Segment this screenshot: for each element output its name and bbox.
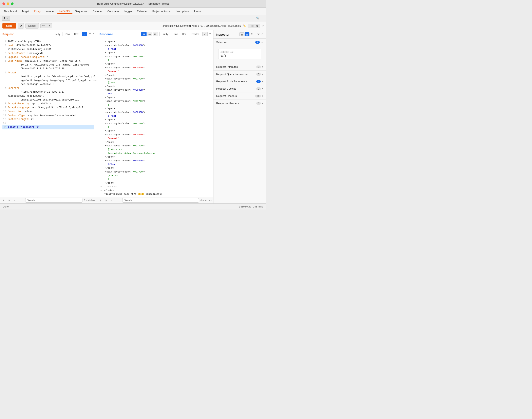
menu-repeater[interactable]: Repeater <box>57 9 73 14</box>
resp-line-flag: flag{7d65ada7-9a9e-4575-93f4-b739a97c9fb… <box>100 192 211 196</box>
menu-logger[interactable]: Logger <box>122 9 134 13</box>
response-tab-render[interactable]: Render <box>189 32 201 36</box>
inspector-grid-icon[interactable]: ▦ <box>239 32 244 36</box>
nav-forward-button[interactable]: › ▾ <box>46 23 52 28</box>
menu-intruder[interactable]: Intruder <box>43 9 57 13</box>
tab-label: 1 <box>4 17 5 20</box>
request-wrap-icon[interactable]: ↵ <box>89 32 91 36</box>
response-more-icon[interactable]: ≡ <box>209 32 211 36</box>
resp-line: ;<br /> <box>100 174 211 177</box>
response-format-raw-icon[interactable]: — <box>147 32 152 36</box>
send-button[interactable]: Send <box>2 23 16 28</box>
request-format-icon[interactable]: ≡ <box>82 32 87 36</box>
selected-text-value: 93f4 <box>220 54 259 57</box>
inspector-close-icon[interactable]: ✕ <box>261 32 264 36</box>
response-back-button[interactable]: ← <box>110 198 114 202</box>
response-tab-raw[interactable]: Raw <box>171 32 180 36</box>
request-line-4: 4 Upgrade-Insecure-Requests: 1 <box>2 55 94 59</box>
inspector-req-attributes-label: Request Attributes <box>216 65 238 68</box>
request-tab-raw[interactable]: Raw <box>63 32 72 36</box>
inspector-settings-icon[interactable]: ⚙ <box>257 32 260 36</box>
resp-line: </span> <box>100 181 211 185</box>
status-done: Done <box>3 205 9 208</box>
request-line-9: 9 Accept-Language: en-US,en;q=0.9,zh-CN;… <box>2 106 94 110</box>
menu-decoder[interactable]: Decoder <box>90 9 105 13</box>
edit-target-icon[interactable]: ✏️ <box>243 25 246 27</box>
request-more-icon[interactable]: ≡ <box>93 32 94 36</box>
inspector-req-body-header[interactable]: Request Body Parameters 2 ▾ <box>214 78 266 85</box>
response-format-hex-icon[interactable]: ▨ <box>152 32 158 36</box>
tab-add-button[interactable]: + <box>11 16 14 20</box>
help-icon[interactable]: ? <box>262 24 264 27</box>
menu-target[interactable]: Target <box>19 9 32 13</box>
inspector-req-query-header[interactable]: Request Query Parameters 0 ▾ <box>214 71 266 78</box>
request-settings-button[interactable]: ⚙ <box>7 198 11 202</box>
request-line-13: 13 <box>2 121 94 125</box>
response-panel-icons: ↵ ≡ <box>202 32 211 36</box>
response-help-button[interactable]: ? <box>99 198 102 202</box>
inspector-req-cookies-count: 0 <box>256 87 261 90</box>
menu-user-options[interactable]: User options <box>172 9 192 13</box>
menu-learn[interactable]: Learn <box>192 9 203 13</box>
response-wrap-icon[interactable]: ↵ <box>202 32 208 36</box>
inspector-req-cookies-header[interactable]: Request Cookies 0 ▾ <box>214 85 266 92</box>
more-icon[interactable]: ⋯ <box>262 17 264 20</box>
menu-sequencer[interactable]: Sequencer <box>73 9 90 13</box>
close-button[interactable] <box>2 2 5 5</box>
inspector-req-headers-header[interactable]: Request Headers 11 ▾ <box>214 92 266 100</box>
nav-back-button[interactable]: ‹ ▾ <box>40 23 46 28</box>
resp-line: <span style="color: #DD0000"> <box>100 133 211 136</box>
resp-line: ( <box>100 103 211 107</box>
resp-line: 'param2' <box>100 136 211 140</box>
request-bottom-toolbar: ? ⚙ ← → 0 matches <box>0 197 97 203</box>
resp-line: ])=== <box>100 81 211 84</box>
request-tab-hex[interactable]: Hex <box>72 32 80 36</box>
cancel-button[interactable]: Cancel <box>25 23 39 28</box>
response-search-input[interactable] <box>122 198 199 203</box>
response-settings-button[interactable]: ⚙ <box>104 198 108 202</box>
request-back-button[interactable]: ← <box>13 198 17 202</box>
response-tab-hex[interactable]: Hex <box>180 32 188 36</box>
minimize-button[interactable] <box>7 2 9 5</box>
request-tab-pretty[interactable]: Pretty <box>52 32 63 36</box>
resp-line: <span style="color: #0000BB"> <box>100 88 211 92</box>
maximize-button[interactable] <box>11 2 13 5</box>
request-code-area: 1 POST /level14.php HTTP/1.1 2 Host: d35… <box>0 38 97 197</box>
tab-1[interactable]: 1 × <box>2 16 10 21</box>
request-panel-icons: ≡ ↵ ≡ <box>82 32 94 36</box>
menu-proxy[interactable]: Proxy <box>32 9 43 13</box>
req-headers-chevron: ▾ <box>262 95 263 97</box>
inspector-req-attributes-header[interactable]: Request Attributes 2 ▾ <box>214 63 266 70</box>
menu-dashboard[interactable]: Dashboard <box>2 9 19 13</box>
menu-comparer[interactable]: Comparer <box>105 9 122 13</box>
resp-line: </span> <box>100 51 211 55</box>
inspector-resp-headers-label: Response Headers <box>216 102 239 105</box>
inspector-collapse-icon[interactable]: − <box>254 32 256 36</box>
resp-line: </span> <box>100 73 211 77</box>
inspector-req-body-count: 2 <box>256 80 261 83</box>
inspector-list-icon[interactable]: ▤ <box>245 32 249 36</box>
resp-line: <span style="color: #DD0000"> <box>100 66 211 70</box>
resp-line: <span style="color: #007700"> <box>100 144 211 148</box>
response-format-pretty-icon[interactable]: ▦ <box>141 32 147 36</box>
menu-extender[interactable]: Extender <box>135 9 150 13</box>
response-forward-button[interactable]: → <box>116 198 121 202</box>
resp-line: </span> <box>100 155 211 159</box>
inspector-resp-headers-header[interactable]: Response Headers 6 ▾ <box>214 100 266 107</box>
menu-project-options[interactable]: Project options <box>150 9 172 13</box>
search-icon[interactable]: 🔍 <box>256 17 259 20</box>
request-help-button[interactable]: ? <box>2 198 5 202</box>
response-tab-pretty[interactable]: Pretty <box>160 32 170 36</box>
send-options-button[interactable]: ⚙ <box>18 23 24 28</box>
inspector-header: Inspector ▦ ▤ ≡ − ⚙ ✕ <box>214 30 266 39</box>
request-sub-tabs: Pretty Raw Hex <box>52 32 81 36</box>
request-search-input[interactable] <box>25 198 82 203</box>
inspector-selection-header[interactable]: Selection 4 ▲ <box>214 39 266 46</box>
request-line-14: 14 param1[]=1&param2[]=2 <box>2 125 94 130</box>
resp-line: <span style="color: #007700"> <box>100 99 211 103</box>
http-version-badge[interactable]: HTTP/1 <box>248 24 260 28</box>
request-forward-button[interactable]: → <box>19 198 24 202</box>
inspector-filter-icon[interactable]: ≡ <box>251 32 253 36</box>
tab-close-icon[interactable]: × <box>6 17 8 19</box>
resp-headers-chevron: ▾ <box>262 102 263 105</box>
